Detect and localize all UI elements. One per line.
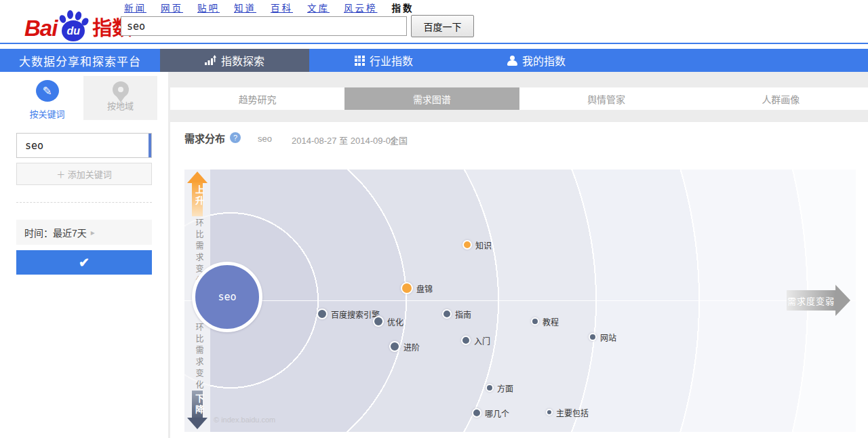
- tab-sentiment-manager[interactable]: 舆情管家: [519, 87, 694, 110]
- demand-map-chart: 上升 环比需求变化 环比需求变化 下降 seo 需求度变弱 © index.ba…: [184, 170, 856, 432]
- portal-link-百科[interactable]: 百科: [271, 3, 293, 14]
- portal-link-新闻[interactable]: 新闻: [124, 3, 146, 14]
- chart-point-label: 入门: [474, 335, 490, 346]
- chart-point-label: 哪几个: [485, 407, 509, 419]
- chart-point-label: 进阶: [403, 341, 420, 353]
- x-axis-arrow: 需求度变弱: [787, 290, 835, 311]
- chart-point-label: 教程: [542, 316, 559, 327]
- nav-item-label: 指数探索: [221, 52, 264, 68]
- chart-point-优化[interactable]: [373, 316, 384, 327]
- chart-point-label: 知识: [475, 239, 492, 251]
- add-keyword-button[interactable]: ＋ 添加关键词: [16, 163, 152, 185]
- nav-item-label: 我的指数: [522, 52, 566, 68]
- chart-point-指南[interactable]: [442, 309, 452, 319]
- grid-icon: [355, 56, 365, 66]
- panel-title: 需求分布: [184, 131, 225, 145]
- platform-brand: 大数据分享和探索平台: [0, 49, 160, 72]
- keyword-input[interactable]: [17, 134, 151, 157]
- portal-link-知道[interactable]: 知道: [234, 3, 256, 14]
- location-pin-icon: [113, 81, 129, 98]
- check-icon: ✔: [79, 256, 90, 270]
- baidu-index-logo[interactable]: Bai du 指数: [24, 8, 132, 42]
- main-nav: 大数据分享和探索平台 指数探索 行业指数 我的指数: [0, 49, 868, 72]
- logo-bai-text: Bai: [24, 15, 57, 42]
- center-keyword-bubble[interactable]: seo: [192, 262, 262, 332]
- keyword-input-accent: [149, 134, 151, 157]
- y-axis-title-bottom: 环比需求变化: [193, 323, 205, 392]
- portal-link-文库[interactable]: 文库: [307, 3, 330, 14]
- header-divider: [0, 43, 868, 44]
- user-icon: [507, 56, 517, 66]
- top-header: Bai du 指数 新闻网页贴吧知道百科文库风云榜指数 百度一下: [0, 0, 868, 49]
- chart-point-label: 百度搜索引擎: [331, 308, 380, 320]
- sidebar-tab-by-region[interactable]: 按地域: [83, 76, 157, 120]
- content-tabs: 趋势研究 需求图谱 舆情管家 人群画像: [170, 87, 868, 110]
- portal-link-贴吧[interactable]: 贴吧: [197, 3, 220, 14]
- panel-date-range: 2014-08-27 至 2014-09-02: [292, 134, 395, 146]
- y-axis-down-label: 下降: [193, 394, 205, 416]
- chart-point-label: 指南: [455, 308, 471, 320]
- demand-panel: 需求分布 ? seo 2014-08-27 至 2014-09-02 全国 上升…: [170, 122, 868, 438]
- portal-links: 新闻网页贴吧知道百科文库风云榜指数: [124, 1, 414, 13]
- up-arrow-icon: [187, 172, 208, 183]
- time-filter[interactable]: 时间：最近7天 ▸: [16, 220, 152, 245]
- chart-point-label: 方面: [497, 382, 513, 394]
- panel-keyword: seo: [258, 134, 272, 144]
- keyword-pencil-icon: ✎: [36, 80, 59, 102]
- chart-point-教程[interactable]: [531, 317, 539, 325]
- nav-item-index-explore[interactable]: 指数探索: [160, 49, 309, 72]
- chart-point-进阶[interactable]: [389, 341, 400, 352]
- x-axis-label: 需求度变弱: [787, 294, 835, 307]
- nav-item-label: 行业指数: [370, 52, 413, 68]
- chart-point-label: 盘锦: [416, 283, 433, 294]
- y-axis-up-label: 上升: [193, 185, 205, 207]
- tab-trend-research[interactable]: 趋势研究: [170, 87, 344, 110]
- sidebar-divider: [16, 202, 152, 203]
- chart-center-line: [184, 300, 856, 301]
- chart-point-百度搜索引擎[interactable]: [317, 308, 328, 319]
- chart-point-入门[interactable]: [461, 336, 471, 345]
- chart-point-label: 主要包括: [556, 407, 589, 418]
- sidebar-tab-label: 按关键词: [29, 107, 64, 120]
- search-input[interactable]: [121, 16, 407, 36]
- logo-du-text: du: [62, 20, 85, 41]
- chart-point-知识[interactable]: [462, 240, 472, 250]
- chart-point-盘锦[interactable]: [401, 282, 413, 294]
- baidu-paw-icon: du: [58, 9, 90, 42]
- chart-point-方面[interactable]: [486, 384, 494, 392]
- chart-point-label: 网站: [600, 332, 616, 343]
- confirm-button[interactable]: ✔: [16, 250, 152, 275]
- down-arrow-icon: [187, 418, 208, 429]
- chart-point-主要包括[interactable]: [546, 409, 553, 416]
- sidebar-tab-by-keyword[interactable]: ✎ 按关键词: [11, 76, 83, 120]
- chart-point-哪几个[interactable]: [472, 408, 481, 418]
- nav-item-industry-index[interactable]: 行业指数: [309, 49, 458, 72]
- sidebar: ✎ 按关键词 按地域 ＋ 添加关键词 时间：最近7天 ▸ ✔: [0, 72, 168, 438]
- portal-link-风云榜[interactable]: 风云榜: [344, 3, 378, 14]
- portal-link-网页[interactable]: 网页: [161, 3, 183, 14]
- keyword-input-box: [16, 133, 152, 158]
- tab-audience-profile[interactable]: 人群画像: [694, 87, 868, 110]
- portal-link-current[interactable]: 指数: [392, 3, 414, 14]
- nav-item-my-index[interactable]: 我的指数: [458, 49, 614, 72]
- watermark: © index.baidu.com: [214, 416, 275, 424]
- bar-chart-icon: [205, 55, 216, 66]
- help-icon[interactable]: ?: [230, 132, 241, 143]
- caret-right-icon: ▸: [91, 228, 95, 237]
- tab-demand-map[interactable]: 需求图谱: [344, 87, 519, 110]
- panel-region: 全国: [390, 134, 408, 146]
- content-area: 趋势研究 需求图谱 舆情管家 人群画像 需求分布 ? seo 2014-08-2…: [170, 72, 868, 438]
- chart-point-label: 优化: [387, 316, 403, 327]
- chart-point-网站[interactable]: [589, 333, 597, 341]
- time-filter-label: 时间：最近7天: [24, 226, 87, 239]
- search-button[interactable]: 百度一下: [411, 15, 474, 37]
- baidu-index-page: Bai du 指数 新闻网页贴吧知道百科文库风云榜指数 百度一下 大数据分享和探…: [0, 0, 868, 438]
